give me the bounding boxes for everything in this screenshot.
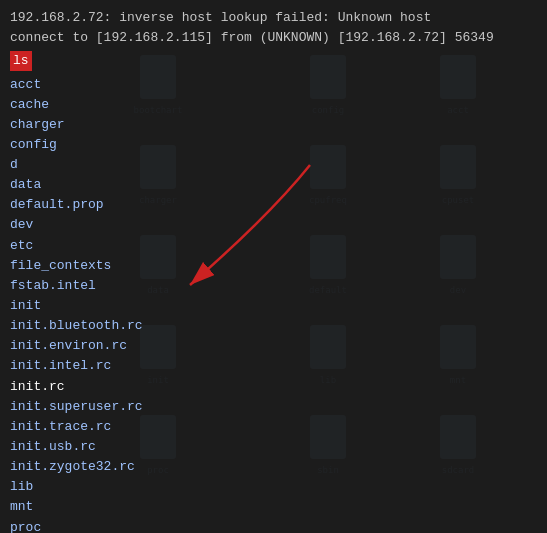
annotation-arrow (90, 155, 370, 335)
file-init-trace: init.trace.rc (10, 417, 494, 437)
file-init-superuser: init.superuser.rc (10, 397, 494, 417)
header-line1: 192.168.2.72: inverse host lookup failed… (10, 8, 494, 28)
file-lib: lib (10, 477, 494, 497)
file-init-intel: init.intel.rc (10, 356, 494, 376)
file-init-rc: init.rc (10, 377, 494, 397)
file-charger: charger (10, 115, 494, 135)
file-proc: proc (10, 518, 494, 533)
file-mnt: mnt (10, 497, 494, 517)
file-init-environ: init.environ.rc (10, 336, 494, 356)
file-init-usb: init.usb.rc (10, 437, 494, 457)
file-config: config (10, 135, 494, 155)
terminal-window: bootchart config acct charger cpufreq (0, 0, 547, 533)
file-cache: cache (10, 95, 494, 115)
header-line2: connect to [192.168.2.115] from (UNKNOWN… (10, 28, 494, 48)
command-ls: ls (10, 51, 32, 71)
file-acct: acct (10, 75, 494, 95)
file-init-zygote: init.zygote32.rc (10, 457, 494, 477)
from-text: from (221, 30, 252, 45)
